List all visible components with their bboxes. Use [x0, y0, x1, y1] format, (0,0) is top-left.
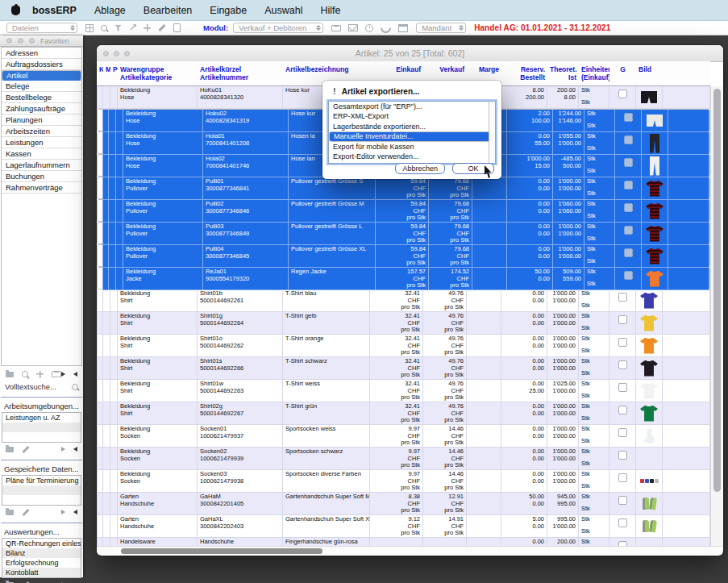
sidebar-item-belege[interactable]: Belege	[2, 81, 81, 92]
sidebar-item-buchungen[interactable]: Buchungen	[2, 171, 81, 182]
g-checkbox[interactable]	[624, 158, 633, 167]
share-icon[interactable]	[129, 24, 136, 31]
sidebar-item-kassen[interactable]: Kassen	[2, 148, 81, 160]
column-header-k[interactable]: K	[97, 61, 103, 85]
back-icon[interactable]	[73, 447, 77, 452]
export-option[interactable]: Lagerbestände exportieren...	[329, 122, 495, 131]
menu-item-auswahl[interactable]: Auswahl	[256, 5, 311, 16]
g-checkbox[interactable]	[618, 383, 627, 392]
g-checkbox[interactable]	[618, 428, 627, 437]
menu-item-hilfe[interactable]: Hilfe	[311, 5, 349, 16]
phone-icon[interactable]	[381, 23, 391, 33]
vertical-scrollbar-thumb[interactable]	[713, 89, 721, 492]
column-header-m[interactable]: M	[103, 61, 110, 85]
grid-icon[interactable]	[85, 24, 94, 32]
table-row[interactable]: BekleidungShirtShirt01b5000144692261T-Sh…	[97, 289, 710, 312]
export-option[interactable]: Export-Editor verwenden...	[329, 152, 495, 161]
plus-icon[interactable]	[36, 371, 44, 378]
table-row[interactable]: BekleidungSockenSocken011000621479937Spo…	[97, 425, 710, 448]
list-item[interactable]: Kontoblatt	[2, 568, 81, 577]
mail-icon[interactable]	[348, 24, 358, 31]
search-icon[interactable]	[101, 25, 107, 31]
sidebar-item-adressen[interactable]: Adressen	[2, 48, 81, 59]
sidebar-item-planungen[interactable]: Planungen	[2, 115, 81, 126]
plus-icon[interactable]	[144, 24, 151, 31]
sidebar-item-auftragsdossiers[interactable]: Auftragsdossiers	[2, 59, 81, 70]
g-checkbox[interactable]	[624, 135, 633, 144]
column-header-theoret[interactable]: Theoret.Ist	[547, 61, 579, 85]
g-checkbox[interactable]	[618, 315, 627, 324]
g-checkbox[interactable]	[624, 248, 633, 257]
section-label[interactable]: Auswertungen...	[0, 526, 83, 538]
column-header-g[interactable]: G	[609, 61, 636, 85]
sidebar-item-bestellbelege[interactable]: Bestellbelege	[2, 92, 81, 103]
export-option[interactable]: Gesamtexport (für "ERP")...	[329, 102, 495, 111]
back-icon[interactable]	[73, 510, 77, 514]
play-icon[interactable]	[61, 372, 65, 377]
g-checkbox[interactable]	[618, 451, 627, 460]
table-row[interactable]: BekleidungPulloverPulli023000877346846Pu…	[97, 199, 710, 222]
apple-icon[interactable]	[11, 6, 20, 15]
column-header-warengruppe[interactable]: WarengruppeArtikelkategorie	[118, 61, 198, 85]
horizontal-scrollbar-thumb[interactable]	[121, 548, 322, 554]
table-row[interactable]: BekleidungShirtShirt01g5000144692264T-Sh…	[97, 312, 710, 335]
back-icon[interactable]	[73, 372, 77, 377]
minimize-icon[interactable]	[18, 38, 23, 44]
g-checkbox[interactable]	[624, 271, 633, 280]
window-icon[interactable]	[398, 24, 408, 32]
play-icon[interactable]	[61, 510, 65, 514]
table-row[interactable]: BekleidungJackeReJa019000554179320Regen …	[97, 267, 710, 289]
export-option[interactable]: ERP-XML-Export	[329, 111, 495, 121]
printer-icon[interactable]	[52, 371, 61, 377]
table-row[interactable]: BekleidungPulloverPulli033000877346849Pu…	[97, 222, 710, 244]
sidebar-item-lagerlaufnummern[interactable]: Lagerlaufnummern	[2, 160, 81, 171]
zoom-icon[interactable]	[29, 38, 35, 44]
table-row[interactable]: BekleidungShirtShirt01s5000144692266T-Sh…	[97, 357, 710, 380]
cancel-button[interactable]: Abbrechen	[395, 163, 445, 174]
section-label[interactable]: Arbeitsumgebungen...	[0, 400, 83, 412]
folder-icon[interactable]	[6, 372, 14, 377]
printer-icon[interactable]	[331, 25, 341, 31]
pencil-icon[interactable]	[22, 508, 29, 515]
pencil-icon[interactable]	[158, 24, 165, 31]
table-row[interactable]: BekleidungPulloverPulli043000877346845Pu…	[97, 244, 710, 267]
sidebar-item-leistungen[interactable]: Leistungen	[2, 137, 81, 148]
table-row[interactable]: BekleidungShirtShirt01w5000144692263T-Sh…	[97, 380, 710, 402]
list-item[interactable]: QR-Rechnungen einlesen	[2, 539, 81, 548]
folder-icon[interactable]	[6, 447, 14, 452]
menu-item-eingabe[interactable]: Eingabe	[201, 5, 256, 16]
column-header-p[interactable]: P	[110, 61, 118, 85]
play-icon[interactable]	[61, 447, 65, 452]
table-row[interactable]: BekleidungPulloverPulli013000877346841Pu…	[97, 177, 710, 199]
column-header-bild[interactable]: Bild	[636, 61, 663, 85]
list-item[interactable]: Bilanz	[2, 548, 81, 558]
horizontal-scrollbar[interactable]	[97, 546, 722, 555]
g-checkbox[interactable]	[618, 360, 627, 369]
fulltext-search[interactable]: Volltextsuche...	[0, 381, 83, 393]
column-header-empty[interactable]	[663, 61, 710, 85]
column-header-einheiten[interactable]: Einheiten(Einkauf)	[579, 61, 609, 85]
filter-icon[interactable]	[114, 25, 122, 31]
search-icon[interactable]	[72, 384, 78, 390]
g-checkbox[interactable]	[624, 226, 633, 235]
clock-icon[interactable]	[365, 24, 373, 32]
g-checkbox[interactable]	[618, 338, 627, 347]
sidebar-item-artikel[interactable]: Artikel	[2, 70, 81, 81]
export-option[interactable]: Manuelle Inventurdatei...	[329, 131, 495, 141]
dateien-select[interactable]: Dateien	[6, 23, 77, 33]
column-header-reserv[interactable]: Reserv.Bestellt	[501, 61, 547, 85]
list-item[interactable]: Leistungen u. AZ	[2, 413, 81, 423]
close-icon[interactable]	[6, 38, 12, 44]
document-icon[interactable]	[173, 23, 181, 32]
folder-icon[interactable]	[6, 510, 14, 515]
column-header-artikelkrzel[interactable]: ArtikelkürzelArtikelnummer	[198, 61, 283, 85]
sidebar-item-arbeitszeiten[interactable]: Arbeitszeiten	[2, 126, 81, 137]
search-icon[interactable]	[22, 371, 28, 377]
sidebar-item-zahlungsaufträge[interactable]: Zahlungsaufträge	[2, 103, 81, 115]
menu-item-ablage[interactable]: Ablage	[85, 5, 135, 16]
g-checkbox[interactable]	[618, 90, 627, 98]
vertical-scrollbar[interactable]	[710, 86, 722, 546]
table-row[interactable]: BekleidungShirtShirt02g5000144692267T-Sh…	[97, 402, 710, 425]
table-row[interactable]: BekleidungShirtShirt01o5000144692262T-Sh…	[97, 335, 710, 357]
g-checkbox[interactable]	[624, 181, 633, 189]
